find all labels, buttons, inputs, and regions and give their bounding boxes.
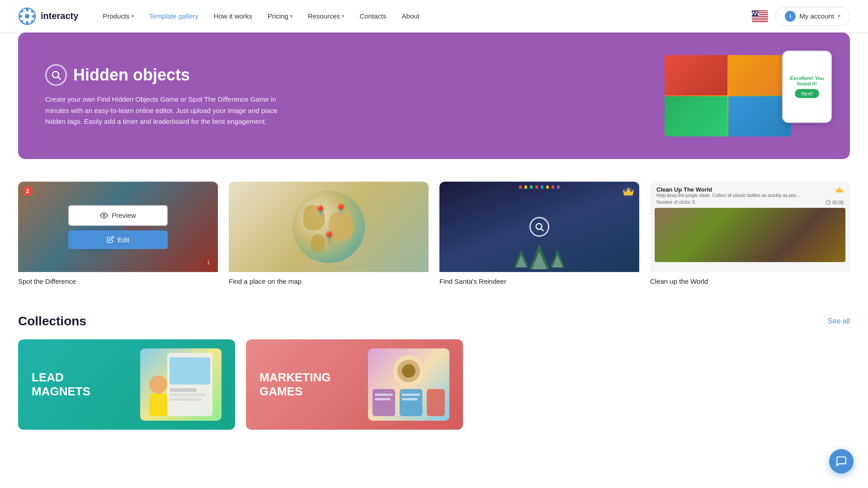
card-actions-overlay: Preview Edit [18,182,218,272]
card-image-map: 📍 📍 📍 Preview [229,182,429,272]
lead-magnets-illustration [140,348,222,421]
marketing-games-bg [368,348,449,421]
search-circle-icon [45,64,67,86]
svg-point-44 [402,364,415,378]
hero-img-cell-3 [665,96,727,136]
svg-rect-37 [170,388,197,392]
nav-contacts[interactable]: Contacts [353,9,392,23]
edit-button-world[interactable]: Edit [700,230,800,249]
edit-icon [317,236,325,243]
card-badge-2: 2 [23,186,33,196]
hero-img-cell-1 [665,55,727,95]
edit-icon [739,236,746,243]
collections-header: Collections See all [18,314,850,328]
collections-grid: LEADMAGNETS [18,339,850,430]
preview-button-map[interactable]: Preview [279,205,378,226]
collection-marketing-label: MARKETINGGAMES [259,371,330,399]
phone-next-button[interactable]: Next! [795,89,819,98]
account-icon: i [785,11,796,22]
hero-image-section: Excellent! You found it! Next! [633,55,823,136]
edit-button[interactable]: Edit [68,230,168,249]
lead-magnets-bg [140,348,222,421]
nav-template-gallery[interactable]: Template gallery [143,9,205,23]
nav-products[interactable]: Products ▾ [96,9,140,23]
hero-title: Hidden objects [73,66,190,84]
collection-lead-text: LEADMAGNETS [32,371,90,399]
main-content: Hidden objects Create your own Find Hidd… [0,33,868,448]
svg-point-4 [19,15,22,18]
eye-icon [521,211,529,220]
svg-rect-16 [752,20,768,21]
svg-line-21 [58,77,61,80]
hero-phone-mockup: Excellent! You found it! Next! [782,51,832,123]
my-account-button[interactable]: i My account ▾ [775,7,850,26]
svg-point-1 [25,14,29,19]
svg-point-31 [524,214,527,216]
card-label-reindeer: Find Santa's Reindeer [439,272,639,287]
svg-text:★★: ★★ [752,10,758,14]
collection-marketing-text: MARKETINGGAMES [259,371,330,399]
svg-point-2 [26,9,28,11]
svg-point-5 [32,15,35,18]
eye-icon [311,211,319,220]
card-image-spot-diff: 2 1 Preview [18,182,218,272]
collections-title: Collections [18,314,86,328]
card-image-world: Clean Up The World Help keep the jungle … [650,182,850,272]
card-map[interactable]: 📍 📍 📍 Preview [229,182,429,287]
template-cards-section: 2 1 Preview [0,173,868,305]
svg-rect-14 [752,17,768,18]
edit-button-reindeer[interactable]: Edit [490,230,589,249]
logo-icon [18,7,36,25]
preview-button[interactable]: Preview [68,205,168,226]
preview-button-world[interactable]: Preview [700,205,800,226]
svg-point-40 [149,375,167,394]
edit-icon [107,236,114,243]
svg-rect-47 [427,389,445,416]
chevron-down-icon: ▾ [132,14,134,19]
collection-card-marketing[interactable]: MARKETINGGAMES [246,339,463,430]
preview-button-reindeer[interactable]: Preview [490,205,589,226]
svg-point-8 [21,20,24,22]
svg-point-7 [31,10,33,12]
logo-text: interacty [41,11,78,21]
cards-grid: 2 1 Preview [18,182,850,287]
svg-point-26 [314,214,316,216]
svg-rect-49 [375,398,391,400]
navbar: interacty Products ▾ Template gallery Ho… [0,0,868,33]
svg-point-34 [735,214,737,216]
card-reindeer[interactable]: Preview Edit Find Santa's Reindeer [439,182,639,287]
edit-button-map[interactable]: Edit [279,230,378,249]
nav-about[interactable]: About [396,9,426,23]
see-all-link[interactable]: See all [828,317,850,325]
nav-how-it-works[interactable]: How it works [208,9,259,23]
collections-section: Collections See all LEADMAGNETS [0,305,868,448]
svg-point-20 [52,71,59,78]
eye-icon [732,211,740,220]
chevron-down-icon: ▾ [290,14,292,19]
card-label-world: Clean up the World [650,272,850,287]
svg-rect-46 [400,389,422,416]
nav-pricing[interactable]: Pricing ▾ [261,9,299,23]
nav-resources[interactable]: Resources ▾ [302,9,351,23]
svg-rect-36 [170,357,210,385]
card-label-map: Find a place on the map [229,272,429,287]
eye-icon [100,211,108,220]
collection-lead-image [140,348,222,421]
svg-rect-48 [375,394,393,396]
svg-point-6 [21,10,24,12]
card-spot-diff[interactable]: 2 1 Preview [18,182,218,287]
chevron-down-icon: ▾ [838,13,840,19]
hero-image-grid [665,55,791,136]
svg-rect-51 [402,398,418,400]
hero-title-row: Hidden objects [45,64,633,86]
language-flag-button[interactable]: ★★★ ★★ [752,10,768,22]
svg-rect-39 [170,398,201,401]
card-image-reindeer: Preview Edit [439,182,639,272]
logo[interactable]: interacty [18,7,78,25]
svg-point-25 [103,214,105,216]
collection-lead-label: LEADMAGNETS [32,371,90,399]
card-world[interactable]: Clean Up The World Help keep the jungle … [650,182,850,287]
marketing-illustration [368,348,449,421]
collection-card-lead[interactable]: LEADMAGNETS [18,339,235,430]
card-label-spot-diff: Spot the Difference [18,272,218,287]
